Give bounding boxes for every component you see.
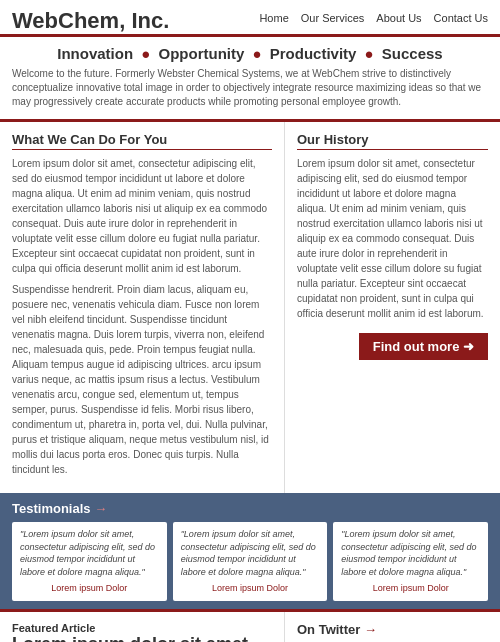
find-out-more-button[interactable]: Find out more ➜ — [359, 333, 488, 360]
tagline-innovation: Innovation — [57, 45, 133, 62]
twitter-label: On Twitter — [297, 622, 360, 637]
twitter-arrow: → — [364, 622, 377, 637]
testimonials-grid: "Lorem ipsum dolor sit amet, consectetur… — [12, 522, 488, 601]
header: WebChem, Inc. Home Our Services About Us… — [0, 0, 500, 37]
nav-home[interactable]: Home — [259, 12, 288, 24]
find-out-more-icon: ➜ — [463, 339, 474, 354]
what-we-can-do-body2: Suspendisse hendrerit. Proin diam lacus,… — [12, 282, 272, 477]
tagline-success: Success — [382, 45, 443, 62]
hero-section: Innovation ● Opportunity ● Productivity … — [0, 37, 500, 122]
logo: WebChem, Inc. — [12, 8, 169, 34]
featured-label: Featured Article — [12, 622, 272, 634]
testimonial-2: "Lorem ipsum dolor sit amet, consectetur… — [173, 522, 328, 601]
twitter-section: On Twitter → Lorem ipsum dolor sit amet,… — [285, 612, 500, 642]
testimonial-2-author: Lorem ipsum Dolor — [181, 582, 320, 595]
logo-chem: Chem, Inc. — [58, 8, 169, 33]
bullet3: ● — [365, 45, 374, 62]
testimonial-3-author: Lorem ipsum Dolor — [341, 582, 480, 595]
what-we-can-do-section: What We Can Do For You Lorem ipsum dolor… — [0, 122, 285, 493]
find-out-more-label: Find out more — [373, 339, 460, 354]
testimonial-2-text: "Lorem ipsum dolor sit amet, consectetur… — [181, 528, 320, 578]
what-we-can-do-body1: Lorem ipsum dolor sit amet, consectetur … — [12, 156, 272, 276]
what-we-can-do-title: What We Can Do For You — [12, 132, 272, 150]
bullet2: ● — [253, 45, 262, 62]
our-history-title: Our History — [297, 132, 488, 150]
testimonials-title: Testimonials → — [12, 501, 488, 516]
testimonial-3: "Lorem ipsum dolor sit amet, consectetur… — [333, 522, 488, 601]
testimonial-3-text: "Lorem ipsum dolor sit amet, consectetur… — [341, 528, 480, 578]
twitter-title: On Twitter → — [297, 622, 488, 637]
nav-services[interactable]: Our Services — [301, 12, 365, 24]
featured-title: Lorem ipsum dolor sit amet. — [12, 634, 272, 642]
testimonials-label: Testimonials — [12, 501, 91, 516]
tagline-opportunity: Opportunity — [159, 45, 245, 62]
hero-description: Welcome to the future. Formerly Webster … — [12, 67, 488, 109]
logo-web: Web — [12, 8, 58, 33]
testimonials-arrow: → — [94, 501, 107, 516]
our-history-section: Our History Lorem ipsum dolor sit amet, … — [285, 122, 500, 493]
nav-contact[interactable]: Contact Us — [434, 12, 488, 24]
testimonials-section: Testimonials → "Lorem ipsum dolor sit am… — [0, 493, 500, 609]
nav-about[interactable]: About Us — [376, 12, 421, 24]
our-history-body: Lorem ipsum dolor sit amet, consectetur … — [297, 156, 488, 321]
featured-article: Featured Article Lorem ipsum dolor sit a… — [0, 612, 285, 642]
tagline: Innovation ● Opportunity ● Productivity … — [12, 45, 488, 62]
testimonial-1-text: "Lorem ipsum dolor sit amet, consectetur… — [20, 528, 159, 578]
testimonial-1: "Lorem ipsum dolor sit amet, consectetur… — [12, 522, 167, 601]
main-nav: Home Our Services About Us Contact Us — [259, 8, 488, 24]
testimonial-1-author: Lorem ipsum Dolor — [20, 582, 159, 595]
main-content: What We Can Do For You Lorem ipsum dolor… — [0, 122, 500, 493]
featured-section: Featured Article Lorem ipsum dolor sit a… — [0, 609, 500, 642]
bullet1: ● — [141, 45, 150, 62]
tagline-productivity: Productivity — [270, 45, 357, 62]
